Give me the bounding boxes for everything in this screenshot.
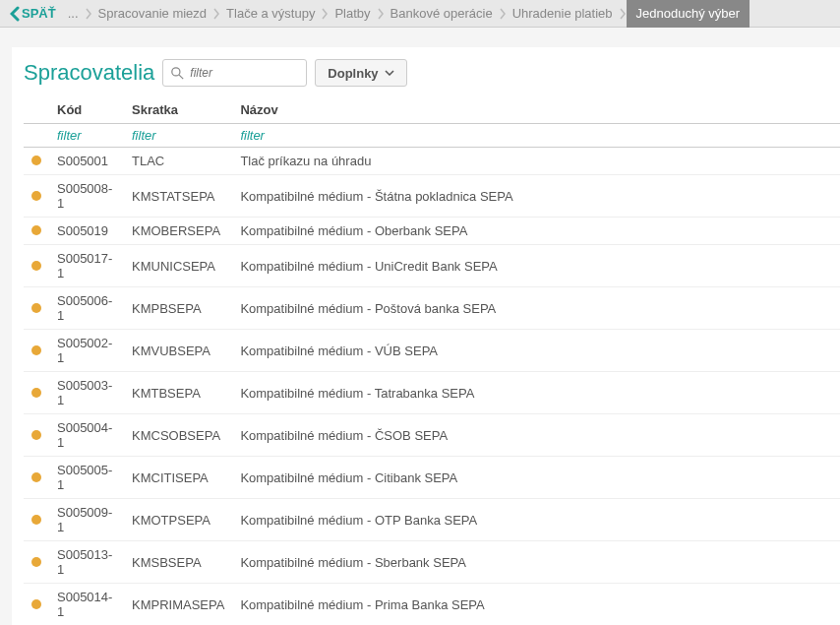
- cell-kod: S005009-1: [49, 499, 124, 541]
- table-row[interactable]: S005005-1KMCITISEPAKompatibilné médium -…: [24, 457, 840, 499]
- status-dot-icon: [31, 225, 41, 235]
- content-area: Spracovatelia Doplnky Kód Skratka Názov …: [12, 47, 840, 625]
- back-label: SPÄŤ: [22, 6, 56, 21]
- header-row: Kód Skratka Názov: [24, 96, 840, 124]
- cell-nazov: Kompatibilné médium - Citibank SEPA: [232, 457, 840, 499]
- table-row[interactable]: S005014-1KMPRIMASEPAKompatibilné médium …: [24, 584, 840, 626]
- cell-kod: S005004-1: [49, 414, 124, 457]
- table-row[interactable]: S005006-1KMPBSEPAKompatibilné médium - P…: [24, 287, 840, 330]
- back-button[interactable]: SPÄŤ: [4, 6, 62, 22]
- table-row[interactable]: S005002-1KMVUBSEPAKompatibilné médium - …: [24, 330, 840, 372]
- cell-skratka: KMCITISEPA: [124, 457, 232, 499]
- status-dot-cell: [24, 372, 49, 414]
- filter-skratka[interactable]: filter: [124, 124, 232, 148]
- breadcrumb-item-spracovanie[interactable]: Spracovanie miezd: [92, 6, 213, 21]
- table-row[interactable]: S005013-1KMSBSEPAKompatibilné médium - S…: [24, 541, 840, 584]
- cell-kod: S005001: [49, 148, 124, 175]
- chevron-right-icon: [377, 8, 385, 20]
- cell-kod: S005019: [49, 218, 124, 245]
- search-input[interactable]: [190, 66, 298, 80]
- cell-nazov: Kompatibilné médium - Poštová banka SEPA: [232, 287, 840, 330]
- chevron-right-icon: [321, 8, 329, 20]
- header-row: Spracovatelia Doplnky: [24, 59, 840, 87]
- status-dot-icon: [31, 599, 41, 609]
- status-dot-cell: [24, 541, 49, 584]
- doplnky-button[interactable]: Doplnky: [315, 59, 406, 87]
- breadcrumb-item-tlace[interactable]: Tlače a výstupy: [220, 6, 321, 21]
- status-dot-icon: [31, 557, 41, 567]
- col-skratka[interactable]: Skratka: [124, 96, 232, 124]
- cell-kod: S005003-1: [49, 372, 124, 414]
- cell-kod: S005014-1: [49, 584, 124, 626]
- cell-nazov: Kompatibilné médium - Tatrabanka SEPA: [232, 372, 840, 414]
- cell-skratka: KMTBSEPA: [124, 372, 232, 414]
- status-dot-icon: [31, 345, 41, 355]
- col-nazov[interactable]: Názov: [232, 96, 840, 124]
- cell-kod: S005008-1: [49, 175, 124, 218]
- filter-kod[interactable]: filter: [49, 124, 124, 148]
- status-dot-icon: [31, 191, 41, 201]
- table-row[interactable]: S005008-1KMSTATSEPAKompatibilné médium -…: [24, 175, 840, 218]
- cell-skratka: KMCSOBSEPA: [124, 414, 232, 457]
- status-dot-icon: [31, 472, 41, 482]
- search-icon: [171, 67, 184, 80]
- breadcrumb-item-platby[interactable]: Platby: [329, 6, 376, 21]
- breadcrumb-ellipsis[interactable]: ...: [62, 6, 85, 21]
- cell-skratka: KMVUBSEPA: [124, 330, 232, 372]
- status-dot-icon: [31, 515, 41, 525]
- cell-nazov: Kompatibilné médium - Prima Banka SEPA: [232, 584, 840, 626]
- cell-nazov: Kompatibilné médium - ČSOB SEPA: [232, 414, 840, 457]
- cell-kod: S005005-1: [49, 457, 124, 499]
- filter-nazov[interactable]: filter: [232, 124, 840, 148]
- cell-skratka: KMPBSEPA: [124, 287, 232, 330]
- chevron-right-icon: [212, 8, 220, 20]
- status-dot-icon: [31, 156, 41, 165]
- cell-nazov: Kompatibilné médium - VÚB SEPA: [232, 330, 840, 372]
- chevron-left-icon: [10, 6, 20, 22]
- cell-nazov: Kompatibilné médium - Štátna pokladnica …: [232, 175, 840, 218]
- chevron-right-icon: [85, 8, 92, 20]
- status-dot-cell: [24, 457, 49, 499]
- chevron-right-icon: [619, 8, 627, 20]
- table-row[interactable]: S005019KMOBERSEPAKompatibilné médium - O…: [24, 218, 840, 245]
- status-dot-cell: [24, 330, 49, 372]
- caret-down-icon: [385, 70, 394, 76]
- cell-skratka: KMUNICSEPA: [124, 245, 232, 287]
- doplnky-label: Doplnky: [328, 66, 378, 81]
- status-dot-cell: [24, 414, 49, 457]
- col-dot: [24, 96, 49, 124]
- filter-row: filter filter filter: [24, 124, 840, 148]
- status-dot-icon: [31, 388, 41, 398]
- svg-line-1: [179, 75, 183, 79]
- status-dot-cell: [24, 287, 49, 330]
- table-row[interactable]: S005017-1KMUNICSEPAKompatibilné médium -…: [24, 245, 840, 287]
- cell-kod: S005017-1: [49, 245, 124, 287]
- cell-nazov: Kompatibilné médium - OTP Banka SEPA: [232, 499, 840, 541]
- breadcrumb-item-bankove[interactable]: Bankové operácie: [385, 6, 499, 21]
- data-table: Kód Skratka Názov filter filter filter S…: [24, 96, 840, 625]
- status-dot-icon: [31, 261, 41, 271]
- status-dot-cell: [24, 499, 49, 541]
- cell-skratka: KMOTPSEPA: [124, 499, 232, 541]
- table-row[interactable]: S005009-1KMOTPSEPAKompatibilné médium - …: [24, 499, 840, 541]
- status-dot-icon: [31, 303, 41, 313]
- status-dot-cell: [24, 175, 49, 218]
- cell-nazov: Kompatibilné médium - Oberbank SEPA: [232, 218, 840, 245]
- search-wrap: [162, 59, 307, 87]
- cell-kod: S005013-1: [49, 541, 124, 584]
- breadcrumb-items: ... Spracovanie miezd Tlače a výstupy Pl…: [62, 0, 836, 28]
- table-row[interactable]: S005004-1KMCSOBSEPAKompatibilné médium -…: [24, 414, 840, 457]
- cell-skratka: KMSBSEPA: [124, 541, 232, 584]
- table-row[interactable]: S005001TLACTlač príkazu na úhradu: [24, 148, 840, 175]
- chevron-right-icon: [499, 8, 507, 20]
- cell-skratka: KMPRIMASEPA: [124, 584, 232, 626]
- col-kod[interactable]: Kód: [49, 96, 124, 124]
- cell-skratka: KMOBERSEPA: [124, 218, 232, 245]
- breadcrumb-item-uhradenie[interactable]: Uhradenie platieb: [507, 6, 619, 21]
- breadcrumb-item-jednoduchy[interactable]: Jednoduchý výber: [630, 6, 747, 21]
- breadcrumb: SPÄŤ ... Spracovanie miezd Tlače a výstu…: [0, 0, 840, 28]
- cell-nazov: Kompatibilné médium - UniCredit Bank SEP…: [232, 245, 840, 287]
- status-dot-cell: [24, 245, 49, 287]
- cell-nazov: Tlač príkazu na úhradu: [232, 148, 840, 175]
- table-row[interactable]: S005003-1KMTBSEPAKompatibilné médium - T…: [24, 372, 840, 414]
